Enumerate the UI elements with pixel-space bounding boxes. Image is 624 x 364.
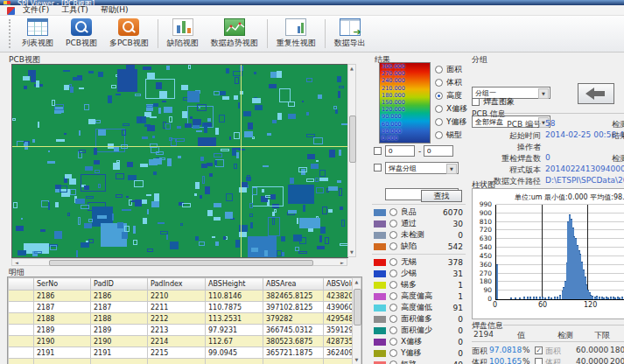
pad-group-dropdown[interactable]: 焊盘分组	[385, 162, 459, 174]
result-item-height-low[interactable]: 高度偏低91	[372, 302, 466, 313]
result-item-less-solder[interactable]: 少锡31	[372, 268, 466, 279]
pcb-components	[12, 65, 347, 257]
table-row[interactable]: 218821882212 113.253137928242954880	[9, 313, 363, 325]
result-item-untested[interactable]: 未检测0	[372, 229, 466, 241]
crosshair-horizontal	[12, 146, 347, 147]
table-row[interactable]: 218621862210 110.8146382465.812542382000	[9, 290, 363, 302]
toolbar-multi-pcb-view-button[interactable]: 多PCB视图	[103, 16, 155, 52]
histogram-chart: 单位:um 最小值:0.000 平均值:98.3 090180270360450…	[472, 188, 624, 319]
y-axis-labels: 090180270360450540630720810900990	[473, 205, 494, 299]
menu-tools[interactable]: 工具(T)	[61, 4, 88, 16]
menu-bar: 文件(F) 工具(T) 帮助(H)	[0, 5, 624, 16]
toolbar-list-view-button[interactable]: 列表视图	[16, 16, 60, 52]
scroll-up-icon[interactable]: ▲	[353, 279, 361, 285]
table-row[interactable]: 218921892213 97.9231366745.031235912916	[9, 325, 363, 336]
scroll-down-icon[interactable]: ▼	[353, 357, 361, 363]
detail-table-scrollbar[interactable]: ▲ ▼	[352, 277, 361, 364]
result-item-area-more[interactable]: 面积偏多0	[372, 313, 466, 325]
metric-xoffset-radio[interactable]: X偏移	[435, 103, 467, 115]
separator	[372, 204, 466, 205]
divider	[503, 325, 624, 326]
scrollbar-thumb[interactable]	[49, 260, 313, 266]
color-swatch	[374, 270, 386, 277]
plot-area	[495, 205, 624, 300]
menu-file[interactable]: 文件(F)	[23, 4, 49, 16]
document-icon	[7, 7, 15, 15]
range-from-input[interactable]	[385, 145, 415, 157]
result-item-short[interactable]: 短路40	[372, 359, 466, 364]
col-absheight[interactable]: ABSHeight	[206, 278, 263, 290]
search-button[interactable]: 查找	[421, 190, 462, 202]
col-absarea[interactable]: ABSArea	[263, 278, 324, 290]
pcb-horizontal-scrollbar[interactable]: ◄ ►	[11, 258, 347, 266]
pad-image-checkbox[interactable]: 焊盘图象	[472, 96, 515, 108]
result-item-good[interactable]: 良品6070	[372, 206, 466, 218]
scroll-down-icon[interactable]: ▼	[348, 249, 355, 256]
metric-yoffset-radio[interactable]: Y偏移	[435, 116, 467, 128]
toolbar-trend-view-button[interactable]: 数据趋势视图	[205, 16, 264, 52]
col-serno[interactable]: SerNo	[34, 278, 91, 290]
result-item-area-less[interactable]: 面积偏少0	[372, 325, 466, 336]
toolbar-gripper	[9, 19, 14, 48]
menu-help[interactable]: 帮助(H)	[101, 4, 129, 16]
scrollbar-thumb[interactable]	[349, 116, 356, 163]
trend-view-icon	[224, 18, 245, 36]
count: 0	[458, 326, 466, 335]
count: 91	[453, 304, 466, 312]
toolbar-pcb-view-button[interactable]: PCB视图	[60, 16, 103, 52]
range-checkbox[interactable]	[374, 147, 382, 155]
color-swatch	[374, 243, 386, 250]
col-padid[interactable]: PadID	[91, 278, 148, 290]
info-row-recheck-pads: 重检焊盘数 0 检测	[472, 153, 624, 164]
scrollbar-thumb[interactable]	[354, 289, 361, 326]
result-item-no-solder[interactable]: 无锡378	[372, 256, 466, 268]
pad-group-checkbox[interactable]	[374, 164, 382, 172]
color-swatch	[374, 361, 386, 364]
count: 0	[458, 231, 466, 240]
table-row[interactable]: 219121912215 99.0945365721.187536240948	[9, 347, 363, 359]
result-item-height-high[interactable]: 高度偏高1	[372, 290, 466, 302]
scroll-left-icon[interactable]: ◄	[13, 259, 20, 265]
toolbar-defect-view-button[interactable]: 缺陷视图	[161, 16, 205, 52]
pad-id: 2194	[473, 330, 494, 339]
toolbar-repeat-view-button[interactable]: 重复性视图	[270, 16, 322, 52]
scroll-right-icon[interactable]: ►	[339, 259, 346, 265]
col-padindex[interactable]: PadIndex	[148, 278, 206, 290]
count: 40	[453, 360, 466, 364]
toolbar-button-label: 数据导出	[334, 38, 366, 49]
result-item-excess-solder[interactable]: 锡多1	[372, 279, 466, 290]
color-swatch	[374, 350, 386, 357]
color-scale: 300.000 270.000 240.000 210.000 180.000 …	[379, 62, 431, 144]
range-to-input[interactable]	[424, 145, 453, 157]
result-item-defect[interactable]: 缺陷542	[372, 241, 466, 252]
back-arrow-button[interactable]	[578, 83, 614, 104]
count: 31	[453, 270, 466, 278]
result-item-pass[interactable]: 通过30	[372, 218, 466, 229]
toolbar-button-label: 数据趋势视图	[211, 38, 258, 49]
pcb-view-icon	[71, 18, 92, 36]
volume-check-checkbox[interactable]	[535, 358, 543, 364]
table-row[interactable]: 218721872211 110.7875397102.812543906092	[9, 302, 363, 313]
color-swatch	[374, 220, 386, 228]
scroll-up-icon[interactable]: ▲	[348, 66, 355, 72]
table-row[interactable]: 219021902214 112.67380523.687542873592	[9, 336, 363, 347]
color-swatch	[374, 316, 386, 323]
pcb-canvas[interactable]	[11, 64, 348, 258]
count: 6070	[443, 208, 466, 217]
result-item-y-offset[interactable]: Y偏移0	[372, 347, 466, 359]
metric-height-radio[interactable]: 高度	[435, 90, 462, 102]
count: 1	[458, 281, 466, 290]
result-item-x-offset[interactable]: X偏移0	[372, 336, 466, 347]
defect-view-icon	[172, 18, 193, 36]
pcb-vertical-scrollbar[interactable]: ▲ ▼	[347, 64, 356, 257]
count: 0	[458, 349, 466, 358]
metric-shape-radio[interactable]: 锡型	[435, 130, 462, 141]
col-check: 检测	[557, 330, 573, 341]
count: 378	[448, 258, 466, 267]
metric-volume-radio[interactable]: 体积	[435, 77, 462, 88]
area-check-checkbox[interactable]: ✓	[535, 346, 543, 354]
metric-area-radio[interactable]: 面积	[435, 64, 462, 75]
toolbar-export-button[interactable]: ➔ 数据导出	[328, 16, 372, 52]
table-row[interactable]	[9, 359, 363, 364]
col-value: 值	[517, 330, 525, 341]
